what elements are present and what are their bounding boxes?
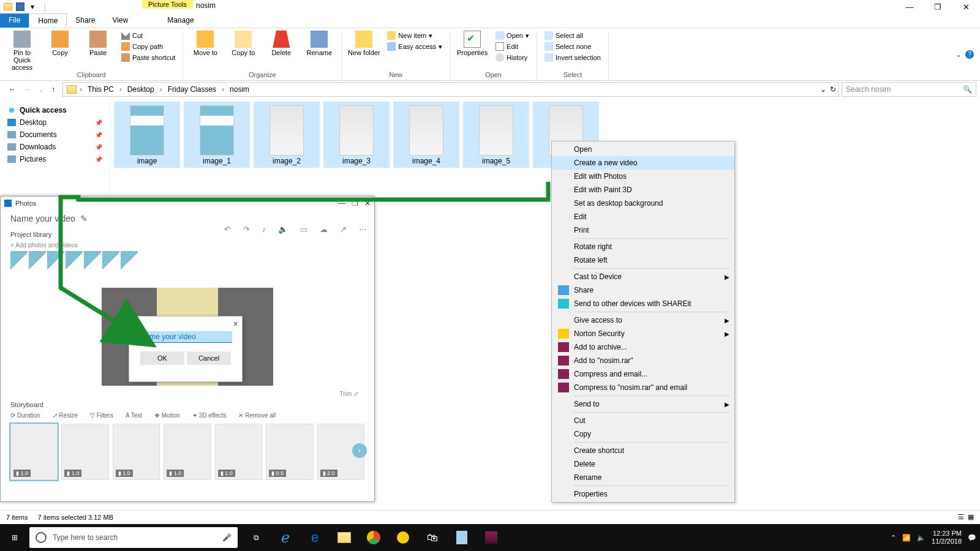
back-button[interactable]: ←: [9, 85, 16, 94]
mic-icon[interactable]: 🎤: [222, 533, 232, 542]
file-thumbnail[interactable]: image_5: [463, 102, 529, 168]
norton-icon[interactable]: [390, 524, 417, 551]
context-menu-item[interactable]: Properties: [552, 487, 734, 501]
context-menu-item[interactable]: Cast to Device▶: [552, 270, 734, 283]
start-button[interactable]: ⊞: [0, 524, 29, 551]
new-folder-button[interactable]: New folder: [347, 31, 381, 56]
new-item-button[interactable]: New item ▾: [385, 31, 445, 40]
copy-button[interactable]: Copy: [43, 31, 77, 56]
undo-icon[interactable]: ↶: [224, 225, 231, 234]
quick-access[interactable]: Quick access: [4, 104, 106, 116]
copy-to-button[interactable]: Copy to: [226, 31, 260, 56]
details-view-icon[interactable]: ☰: [958, 513, 964, 521]
music-icon[interactable]: ♪: [262, 225, 266, 234]
context-menu-item[interactable]: Add to "nosim.rar": [552, 354, 734, 367]
panel-close-icon[interactable]: ✕: [364, 199, 371, 208]
context-menu-item[interactable]: Norton Security▶: [552, 327, 734, 340]
storyboard-clip[interactable]: ▮ 1.0: [113, 424, 160, 480]
minimize-button[interactable]: —: [895, 0, 924, 13]
context-menu-item[interactable]: Print: [552, 223, 734, 237]
storyboard-tool[interactable]: ✦ 3D effects: [192, 412, 227, 419]
refresh-button[interactable]: ↻: [830, 85, 836, 94]
invert-selection-button[interactable]: Invert selection: [542, 53, 603, 62]
crumb-desktop[interactable]: Desktop: [125, 85, 157, 94]
tab-home[interactable]: Home: [29, 13, 67, 28]
ok-button[interactable]: OK: [140, 351, 184, 365]
properties-button[interactable]: Properties: [455, 31, 489, 56]
video-name-input[interactable]: Name your video: [139, 331, 232, 343]
context-menu-item[interactable]: Open: [552, 143, 734, 156]
context-menu-item[interactable]: Send to other devices with SHAREit: [552, 297, 734, 310]
file-thumbnail[interactable]: image_4: [393, 102, 459, 168]
tab-share[interactable]: Share: [67, 13, 104, 28]
qat-overflow-icon[interactable]: ▾: [27, 1, 38, 12]
context-menu-item[interactable]: Compress to "nosim.rar" and email: [552, 381, 734, 394]
up-button[interactable]: ↑: [51, 85, 55, 94]
panel-minimize-icon[interactable]: —: [338, 199, 345, 208]
context-menu-item[interactable]: Rename: [552, 471, 734, 484]
storyboard-clip[interactable]: ▮ 1.0: [61, 424, 108, 480]
share-icon[interactable]: ↗: [340, 225, 347, 234]
context-menu-item[interactable]: Edit with Paint 3D: [552, 183, 734, 197]
context-menu-item[interactable]: Cut: [552, 414, 734, 427]
storyboard-clip[interactable]: ▮ 1.0: [164, 424, 211, 480]
rename-button[interactable]: Rename: [302, 31, 336, 56]
theme-icon[interactable]: ☁: [320, 225, 328, 234]
select-none-button[interactable]: Select none: [542, 42, 603, 51]
close-button[interactable]: ✕: [952, 0, 980, 13]
nav-downloads[interactable]: Downloads📌: [4, 141, 106, 153]
storyboard-tool[interactable]: ⤢ Resize: [53, 412, 78, 419]
tab-manage[interactable]: Manage: [159, 13, 202, 28]
maximize-button[interactable]: ❐: [924, 0, 952, 13]
panel-maximize-icon[interactable]: ❐: [352, 199, 358, 208]
storyboard-clip[interactable]: ▮ 1.0: [10, 424, 58, 480]
crumb-friday[interactable]: Friday Classes: [165, 85, 219, 94]
storyboard-clip[interactable]: ▮ 0.5: [266, 424, 313, 480]
help-icon[interactable]: ?: [965, 50, 974, 59]
action-center-icon[interactable]: 💬: [968, 534, 976, 542]
more-icon[interactable]: ⋯: [359, 225, 367, 234]
recent-dropdown[interactable]: ⌄: [38, 85, 44, 94]
wifi-icon[interactable]: 📶: [902, 534, 911, 542]
cut-button[interactable]: Cut: [119, 31, 178, 40]
history-button[interactable]: History: [493, 53, 532, 62]
easy-access-button[interactable]: Easy access ▾: [385, 42, 445, 51]
crumb-nosim[interactable]: nosim: [227, 85, 252, 94]
paste-shortcut-button[interactable]: Paste shortcut: [119, 53, 178, 62]
explorer-icon[interactable]: [331, 524, 358, 551]
store-icon[interactable]: 🛍: [419, 524, 446, 551]
file-thumbnail[interactable]: image_3: [323, 102, 390, 168]
pencil-icon[interactable]: ✎: [80, 214, 88, 223]
chrome-icon[interactable]: [360, 524, 387, 551]
nav-documents[interactable]: Documents📌: [4, 129, 106, 141]
select-all-button[interactable]: Select all: [542, 31, 603, 40]
sound-icon[interactable]: 🔈: [278, 225, 288, 234]
task-view-icon[interactable]: ⧉: [243, 524, 270, 551]
tab-view[interactable]: View: [104, 13, 137, 28]
context-menu-item[interactable]: Delete: [552, 457, 734, 471]
nav-desktop[interactable]: Desktop📌: [4, 116, 106, 129]
context-menu-item[interactable]: Give access to▶: [552, 313, 734, 327]
pin-quick-access-button[interactable]: Pin to Quick access: [5, 31, 39, 71]
file-thumbnail[interactable]: image_2: [254, 102, 320, 168]
aspect-icon[interactable]: ▭: [300, 225, 307, 234]
edit-button[interactable]: Edit: [493, 42, 532, 51]
redo-icon[interactable]: ↷: [243, 225, 250, 234]
context-menu-item[interactable]: Edit: [552, 210, 734, 223]
storyboard-tool[interactable]: ❖ Motion: [154, 412, 180, 419]
context-menu-item[interactable]: Create a new video: [552, 156, 734, 170]
address-dropdown[interactable]: ⌄: [820, 85, 826, 94]
move-to-button[interactable]: Move to: [188, 31, 222, 56]
context-menu-item[interactable]: Rotate left: [552, 253, 734, 267]
context-menu-item[interactable]: Edit with Photos: [552, 170, 734, 183]
taskbar-search[interactable]: Type here to search🎤: [29, 527, 238, 548]
storyboard-clip[interactable]: ▮ 1.0: [215, 424, 262, 480]
context-menu-item[interactable]: Share: [552, 283, 734, 297]
context-menu-item[interactable]: Compress and email...: [552, 367, 734, 381]
file-thumbnail[interactable]: image: [114, 102, 180, 168]
paste-button[interactable]: Paste: [81, 31, 115, 56]
collapse-ribbon-icon[interactable]: ⌄: [956, 50, 962, 59]
copy-path-button[interactable]: Copy path: [119, 42, 178, 51]
storyboard-tool[interactable]: ▽ Filters: [90, 412, 113, 419]
nav-pictures[interactable]: Pictures📌: [4, 153, 106, 165]
